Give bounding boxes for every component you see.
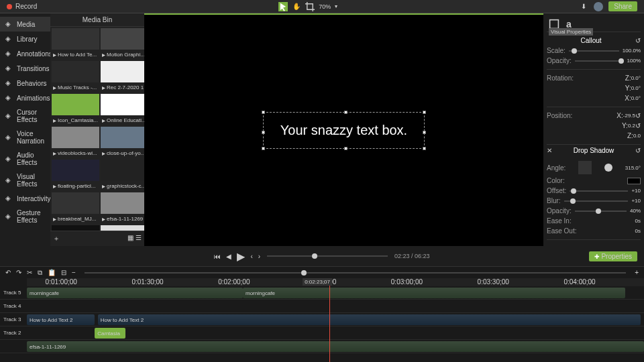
ease-out[interactable]: 0s: [635, 228, 641, 234]
media-item[interactable]: ▸Icon_Camtasia...: [52, 94, 99, 125]
add-media-button[interactable]: ＋: [53, 234, 60, 243]
sidebar-icon: ◈: [5, 176, 13, 184]
time-display: 02:23 / 06:23: [394, 253, 430, 259]
user-avatar[interactable]: [594, 2, 603, 11]
rotation-x[interactable]: 0.0°: [631, 95, 641, 101]
angle-dial[interactable]: [604, 164, 612, 172]
next-frame-icon[interactable]: ›: [258, 253, 260, 260]
time-ruler[interactable]: 0:01:00;000:01:30;000:02:00;000:02:30;00…: [27, 278, 644, 286]
sidebar-item-behaviors[interactable]: ◈Behaviors: [0, 76, 50, 90]
sidebar-item-library[interactable]: ◈Library: [0, 32, 50, 46]
track[interactable]: Track 4: [0, 300, 644, 313]
grid-view-icon[interactable]: ▦: [127, 234, 133, 241]
clip[interactable]: How to Add Text 2: [98, 314, 641, 325]
sidebar-icon: ◈: [5, 213, 13, 221]
track[interactable]: Track 5morningcafemorningcafe: [0, 286, 644, 300]
reset-effect-icon[interactable]: ↺: [635, 147, 641, 154]
sidebar-item-audio-effects[interactable]: ◈Audio Effects: [0, 148, 50, 170]
callout-text[interactable]: Your snazzy text box.: [280, 123, 407, 137]
playhead[interactable]: [329, 278, 330, 362]
playback-scrubber[interactable]: [267, 255, 388, 257]
text-callout[interactable]: Your snazzy text box.: [263, 112, 425, 149]
paste-icon[interactable]: 📋: [48, 269, 56, 276]
position-x[interactable]: -29.5: [623, 113, 635, 119]
reset-icon[interactable]: ↺: [635, 37, 641, 44]
undo-icon[interactable]: ↶: [5, 269, 11, 276]
sidebar-item-voice-narration[interactable]: ◈Voice Narration: [0, 127, 50, 148]
play-icon[interactable]: ▶: [237, 250, 245, 263]
hand-tool-icon[interactable]: ✋: [292, 2, 301, 11]
angle-grid[interactable]: [578, 161, 592, 174]
crop-tool-icon[interactable]: [305, 2, 315, 11]
track-label: Track 3: [0, 316, 27, 322]
blur-slider[interactable]: [564, 200, 629, 202]
properties-button[interactable]: ✚ Properties: [589, 251, 637, 261]
timeline-zoom-slider[interactable]: [85, 272, 626, 274]
media-item[interactable]: ▸graphicstock-c...: [101, 160, 144, 191]
zoom-level[interactable]: 70%: [319, 3, 331, 10]
rotation-z[interactable]: 0.0°: [631, 75, 641, 81]
zoom-out-icon[interactable]: −: [72, 269, 76, 276]
share-button[interactable]: Share: [608, 1, 637, 11]
sidebar-item-interactivity[interactable]: ◈Interactivity: [0, 191, 50, 206]
media-item[interactable]: ▸floating-particl...: [52, 160, 99, 191]
track[interactable]: Track 2Camtasia: [0, 326, 644, 340]
sidebar-item-annotations[interactable]: ◈Annotations: [0, 46, 50, 61]
media-item[interactable]: ▸Motion Graphi...: [101, 28, 144, 60]
media-item[interactable]: ▸efsa-1-11-1269: [101, 192, 144, 224]
position-y[interactable]: 0.2: [628, 123, 635, 129]
rotation-y[interactable]: 0.0°: [631, 85, 641, 91]
media-item[interactable]: ▸Rec 2-7-2020 2: [101, 225, 144, 231]
copy-icon[interactable]: ⧉: [38, 269, 42, 277]
media-item[interactable]: ▸Logo_Hrz_Ca...: [52, 225, 99, 231]
media-item[interactable]: ▸Music Tracks -...: [52, 61, 99, 93]
shadow-opacity-slider[interactable]: [575, 210, 627, 212]
visual-props-tab[interactable]: Visual Properties: [549, 19, 559, 29]
media-item[interactable]: ▸How to Add Te...: [52, 28, 99, 60]
media-item[interactable]: ▸videoblocks-wi...: [52, 127, 99, 158]
redo-icon[interactable]: ↷: [16, 269, 21, 276]
split-icon[interactable]: ⊟: [61, 269, 66, 276]
timeline[interactable]: 0:02:23;07 0:01:00;000:01:30;000:02:00;0…: [0, 278, 644, 362]
cut-icon[interactable]: ✂: [27, 269, 32, 276]
clip[interactable]: morningcafe: [27, 288, 243, 298]
color-swatch[interactable]: [627, 178, 641, 184]
sidebar-item-cursor-effects[interactable]: ◈Cursor Effects: [0, 105, 50, 127]
sidebar-item-visual-effects[interactable]: ◈Visual Effects: [0, 170, 50, 191]
playback-bar: ⏮ ◀ ▶ ‹ › 02:23 / 06:23 ✚ Properties: [0, 246, 644, 266]
offset-slider[interactable]: [570, 190, 628, 192]
media-item[interactable]: ▸Rec 2-7-2020 1: [101, 61, 144, 93]
sidebar-icon: ◈: [5, 112, 13, 120]
callout-title: Callout: [580, 37, 601, 44]
close-effect-icon[interactable]: ✕: [547, 147, 552, 154]
scale-slider[interactable]: [569, 50, 619, 52]
track[interactable]: Track 3How to Add Text 2How to Add Text …: [0, 313, 644, 326]
zoom-in-icon[interactable]: +: [635, 269, 639, 276]
sidebar-icon: ◈: [5, 35, 13, 43]
clip[interactable]: morningcafe: [243, 288, 625, 298]
cursor-tool-icon[interactable]: [278, 2, 288, 11]
sidebar-item-animations[interactable]: ◈Animations: [0, 90, 50, 105]
track[interactable]: efsa-1-11-1269: [0, 340, 644, 353]
opacity-slider[interactable]: [575, 60, 624, 62]
sidebar-item-gesture-effects[interactable]: ◈Gesture Effects: [0, 206, 50, 227]
clip[interactable]: Camtasia: [95, 328, 125, 339]
list-view-icon[interactable]: ☰: [136, 234, 142, 241]
ease-in[interactable]: 0s: [635, 218, 641, 224]
properties-panel: Visual Properties a Callout↺ Scale:100.0…: [543, 13, 644, 246]
record-button[interactable]: Record: [7, 3, 37, 10]
media-item[interactable]: ▸Online Educati...: [101, 94, 144, 125]
position-z[interactable]: 0.0: [633, 133, 641, 139]
step-back-icon[interactable]: ◀: [226, 253, 231, 260]
prev-clip-icon[interactable]: ⏮: [214, 253, 221, 260]
prev-frame-icon[interactable]: ‹: [250, 253, 252, 260]
zoom-dropdown-icon[interactable]: ▾: [335, 3, 337, 9]
sidebar-item-transitions[interactable]: ◈Transitions: [0, 61, 50, 76]
media-item[interactable]: ▸close-up-of-yo...: [101, 127, 144, 158]
clip[interactable]: How to Add Text 2: [27, 314, 95, 325]
download-icon[interactable]: ⬇: [579, 2, 588, 11]
clip[interactable]: efsa-1-11-1269: [27, 341, 644, 352]
sidebar-item-media[interactable]: ◈Media: [0, 17, 50, 32]
canvas[interactable]: Your snazzy text box.: [144, 13, 543, 246]
media-item[interactable]: ▸breakbeat_MJ...: [52, 192, 99, 224]
